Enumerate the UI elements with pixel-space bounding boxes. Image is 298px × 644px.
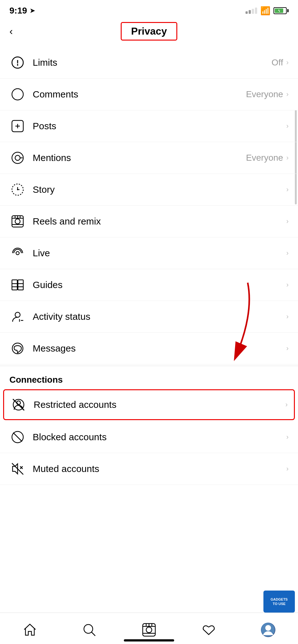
mentions-value: Everyone [246, 153, 283, 163]
back-button[interactable]: ‹ [9, 25, 13, 37]
restricted-icon [10, 397, 27, 413]
limits-chevron: › [286, 58, 289, 67]
muted-chevron: › [286, 465, 289, 473]
menu-item-comments[interactable]: Comments Everyone › [0, 79, 298, 110]
muted-label: Muted accounts [33, 464, 283, 474]
guides-icon [9, 277, 26, 293]
activity-label: Activity status [33, 311, 283, 322]
svg-point-5 [17, 64, 18, 66]
svg-point-44 [84, 625, 93, 633]
guides-chevron: › [286, 281, 289, 289]
messages-label: Messages [33, 343, 283, 354]
svg-rect-25 [12, 280, 17, 290]
menu-item-limits[interactable]: ! Limits Off › [0, 47, 298, 79]
mentions-label: Mentions [33, 153, 246, 163]
messages-chevron: › [286, 344, 289, 353]
story-icon [9, 181, 26, 198]
mentions-chevron: › [286, 154, 289, 162]
page-title: Privacy [131, 25, 167, 37]
svg-point-47 [146, 627, 152, 633]
live-label: Live [33, 248, 283, 258]
menu-item-reels[interactable]: Reels and remix › [0, 206, 298, 237]
menu-item-restricted[interactable]: Restricted accounts › [3, 389, 295, 420]
menu-item-live[interactable]: Live › [0, 237, 298, 269]
limits-value: Off [272, 58, 283, 68]
messages-icon [9, 340, 26, 357]
svg-rect-26 [18, 280, 23, 290]
comments-label: Comments [33, 89, 246, 100]
muted-icon [9, 461, 26, 477]
reels-label: Reels and remix [33, 216, 283, 227]
nav-home[interactable] [0, 623, 60, 637]
posts-icon [9, 118, 26, 134]
menu-list: ! Limits Off › Comments Everyone › [0, 47, 298, 364]
nav-search[interactable] [60, 623, 119, 637]
mentions-icon [9, 150, 26, 166]
reels-chevron: › [286, 217, 289, 225]
menu-item-activity[interactable]: Activity status › [0, 301, 298, 333]
nav-reels[interactable] [119, 623, 179, 637]
menu-item-mentions[interactable]: Mentions Everyone › [0, 142, 298, 174]
battery-icon [273, 7, 289, 14]
nav-profile[interactable] [238, 623, 298, 637]
menu-item-guides[interactable]: Guides › [0, 269, 298, 301]
svg-point-11 [15, 155, 20, 160]
menu-item-messages[interactable]: Messages › [0, 333, 298, 364]
story-chevron: › [286, 186, 289, 194]
blocked-chevron: › [286, 433, 289, 441]
restricted-chevron: › [285, 401, 288, 409]
activity-icon [9, 308, 26, 325]
guides-label: Guides [33, 280, 283, 290]
wifi-icon: 📶 [260, 6, 270, 16]
limits-icon: ! [9, 54, 26, 71]
restricted-label: Restricted accounts [34, 399, 282, 410]
svg-line-45 [91, 632, 95, 636]
live-icon [9, 245, 26, 261]
home-indicator [124, 639, 174, 641]
comments-icon [9, 86, 26, 103]
activity-chevron: › [286, 313, 289, 321]
limits-label: Limits [33, 57, 272, 68]
header: ‹ Privacy [0, 19, 298, 47]
svg-point-6 [12, 89, 23, 100]
status-time: 9:19 [9, 6, 27, 16]
blocked-icon [9, 429, 26, 445]
live-chevron: › [286, 249, 289, 257]
comments-chevron: › [286, 90, 289, 98]
blocked-label: Blocked accounts [33, 432, 283, 442]
watermark: GADGETSTO USE [263, 591, 295, 613]
menu-item-muted[interactable]: Muted accounts › [0, 453, 298, 485]
svg-point-31 [15, 312, 20, 317]
svg-point-16 [17, 189, 18, 190]
connections-section-header: Connections [0, 366, 298, 388]
menu-item-posts[interactable]: Posts › [0, 110, 298, 142]
status-icons: 📶 [246, 6, 289, 16]
posts-chevron: › [286, 122, 289, 130]
connections-list: Restricted accounts › Blocked accounts › [0, 389, 298, 485]
signal-bars-icon [246, 8, 257, 14]
svg-line-40 [13, 433, 22, 441]
comments-value: Everyone [246, 89, 283, 99]
nav-favorites[interactable] [179, 623, 239, 637]
reels-icon [9, 213, 26, 230]
menu-item-blocked[interactable]: Blocked accounts › [0, 421, 298, 453]
svg-marker-0 [278, 9, 280, 12]
svg-point-54 [265, 625, 271, 630]
status-bar: 9:19 ➤ 📶 [0, 0, 298, 19]
svg-point-18 [15, 219, 20, 224]
location-icon: ➤ [30, 7, 35, 15]
menu-item-story[interactable]: Story › [0, 174, 298, 206]
story-label: Story [33, 184, 283, 195]
svg-point-24 [16, 252, 19, 255]
posts-label: Posts [33, 121, 283, 131]
page-title-box: Privacy [121, 22, 177, 41]
